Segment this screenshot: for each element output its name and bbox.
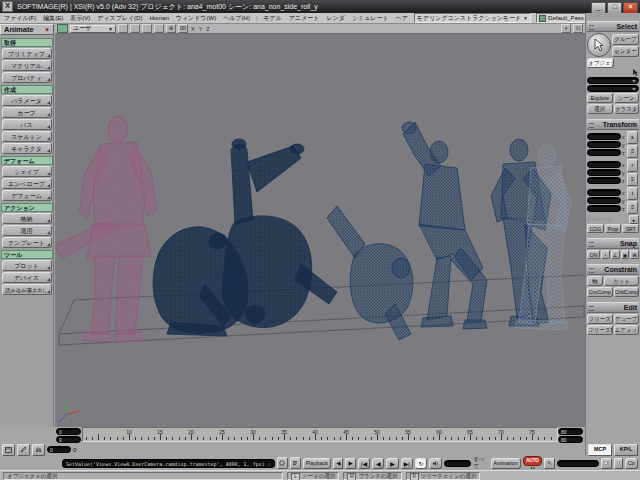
mute-audio-button[interactable] bbox=[429, 458, 442, 469]
toolbar-button-character[interactable]: キャラクタ bbox=[2, 143, 52, 154]
construction-mode-dropdown[interactable]: モデリングコンストラクションモード ▼ bbox=[414, 13, 531, 23]
viewport-solo-toggle-icon[interactable]: ⊡ bbox=[573, 24, 583, 33]
rotate-y-field[interactable] bbox=[587, 169, 621, 176]
section-header-tool[interactable]: ツール bbox=[1, 250, 53, 259]
toolbar-button-path[interactable]: パス bbox=[2, 119, 52, 130]
menu-render[interactable]: レンダ bbox=[325, 14, 345, 23]
translate-tool-button[interactable]: t bbox=[627, 187, 638, 200]
loop-button[interactable]: ↻ bbox=[415, 458, 427, 469]
scene-button[interactable]: シーン bbox=[614, 93, 640, 103]
translate-menu-button[interactable]: ≡ bbox=[627, 201, 638, 214]
axis-letter-z[interactable]: Z bbox=[205, 26, 210, 32]
toolbar-button-skeleton[interactable]: スケルトン bbox=[2, 131, 52, 142]
viewport-options-dropdown-icon[interactable]: ▾ bbox=[561, 24, 571, 33]
snap-grid-icon[interactable]: ⊞ bbox=[630, 250, 639, 259]
record-button[interactable] bbox=[614, 458, 623, 469]
transform-ref-button[interactable]: ▸ bbox=[629, 215, 639, 224]
edit-panel-header[interactable]: Edit bbox=[587, 302, 639, 313]
translate-y-field[interactable] bbox=[587, 197, 621, 204]
filter-object-button[interactable]: オブジェクト bbox=[587, 58, 614, 68]
constrain-axis-button[interactable]: 軸 bbox=[587, 276, 603, 286]
cog-button[interactable]: COG bbox=[587, 224, 604, 233]
snap-curve-icon[interactable]: ∠ bbox=[611, 250, 620, 259]
toolbar-button-plot[interactable]: プロット bbox=[2, 260, 52, 271]
selection-field[interactable] bbox=[587, 85, 639, 92]
scale-y-field[interactable] bbox=[587, 141, 621, 148]
memo-cam-button[interactable] bbox=[154, 24, 164, 33]
scale-x-field[interactable] bbox=[587, 133, 621, 140]
frame-end-field[interactable]: 80 bbox=[558, 428, 583, 435]
section-header-action[interactable]: アクション bbox=[1, 203, 53, 212]
rotate-z-field[interactable] bbox=[587, 177, 621, 184]
chldcomp-button[interactable]: ChldComp bbox=[614, 287, 640, 297]
menu-help[interactable]: ヘルプ(H) bbox=[222, 14, 251, 23]
ctr-button[interactable]: Ctr bbox=[625, 458, 638, 469]
menu-edit[interactable]: 編集(E) bbox=[42, 14, 64, 23]
step-forward-button[interactable]: ▶ bbox=[345, 458, 355, 469]
menu-file[interactable]: ファイル(F) bbox=[3, 14, 37, 23]
constrain-cut-button[interactable]: カット bbox=[604, 276, 639, 286]
wireframe-figure-roll-mid[interactable] bbox=[222, 139, 337, 328]
viewport-view-dropdown[interactable]: ユーザ ▼ bbox=[70, 25, 116, 33]
keyable-params-field[interactable] bbox=[557, 460, 599, 467]
memo-cam-button[interactable] bbox=[118, 24, 128, 33]
rotate-menu-button[interactable]: ≡ bbox=[627, 173, 638, 186]
menu-display[interactable]: ディスプレイ(D) bbox=[96, 14, 143, 23]
selection-field[interactable] bbox=[587, 77, 639, 84]
toolbar-button-property[interactable]: プロパティ bbox=[2, 72, 52, 83]
toolbar-button-shape[interactable]: シェイプ bbox=[2, 166, 52, 177]
cluster-button[interactable]: クラスタ bbox=[614, 104, 640, 114]
capture-camera-button[interactable] bbox=[601, 458, 612, 469]
menu-hair[interactable]: ヘア bbox=[395, 14, 409, 23]
wireframe-figure-rising[interactable] bbox=[402, 122, 487, 329]
frame-start-field[interactable]: 0 bbox=[56, 428, 81, 435]
toolbar-button-envelope[interactable]: エンベロープ bbox=[2, 178, 52, 189]
axis-letter-y[interactable]: Y bbox=[198, 26, 204, 32]
viewport-canvas[interactable] bbox=[55, 34, 585, 427]
freeze-button[interactable]: フリーズ bbox=[587, 314, 613, 324]
cnscomp-button[interactable]: CnsComp bbox=[587, 287, 613, 297]
viewport-camera-icon[interactable] bbox=[57, 24, 68, 33]
play-backward-button[interactable]: ◀ bbox=[372, 458, 384, 469]
menu-view[interactable]: 表示(V) bbox=[69, 14, 91, 23]
edit-button[interactable]: エディット bbox=[614, 325, 640, 335]
hand-icon[interactable] bbox=[32, 444, 45, 456]
section-header-get[interactable]: 取得 bbox=[1, 38, 53, 47]
toolbar-button-device[interactable]: デバイス bbox=[2, 272, 52, 283]
wireframe-figure-roll-end[interactable] bbox=[327, 206, 413, 340]
toolbar-button-curve[interactable]: カーブ bbox=[2, 107, 52, 118]
mcp-toggle-button[interactable]: MCP bbox=[588, 444, 612, 456]
menu-animate[interactable]: アニメート bbox=[288, 14, 321, 23]
explore-button[interactable]: Explore bbox=[587, 93, 613, 103]
transform-panel-header[interactable]: Transform bbox=[587, 119, 639, 130]
play-forward-button[interactable]: ▶ bbox=[386, 458, 398, 469]
toolbar-button-primitive[interactable]: プリミティブ bbox=[2, 48, 52, 59]
menu-human[interactable]: Human bbox=[148, 15, 169, 21]
select-panel-header[interactable]: Select bbox=[587, 21, 639, 32]
menu-simulate[interactable]: シミュレート bbox=[351, 14, 390, 23]
grid-toggle-icon[interactable]: ⊞ bbox=[166, 24, 176, 33]
translate-z-field[interactable] bbox=[587, 205, 621, 212]
group-button[interactable]: グループ bbox=[612, 34, 639, 45]
section-header-create[interactable]: 作成 bbox=[1, 85, 53, 94]
script-command-line[interactable]: SetValue('Views.ViewA.UserCamera.camdisp… bbox=[62, 459, 275, 468]
keyframe-button[interactable] bbox=[544, 458, 555, 469]
select-tool-button[interactable] bbox=[587, 33, 611, 57]
toolbar-button-import-export[interactable]: 読み込み/書き出し bbox=[2, 284, 52, 295]
snap-panel-header[interactable]: Snap bbox=[587, 238, 639, 249]
section-header-deform[interactable]: デフォーム bbox=[1, 156, 53, 165]
toolbar-button-store[interactable]: 格納 bbox=[2, 213, 52, 224]
toolbar-button-template[interactable]: テンプレート bbox=[2, 237, 52, 248]
rotate-x-field[interactable] bbox=[587, 161, 621, 168]
current-frame-field[interactable]: 0 bbox=[47, 446, 71, 453]
toolbar-button-apply[interactable]: 適用 bbox=[2, 225, 52, 236]
snap-center-icon[interactable]: ◉ bbox=[621, 250, 630, 259]
translate-x-field[interactable] bbox=[587, 189, 621, 196]
timeline-ruler[interactable]: 1015202530354045505560657075 bbox=[82, 427, 558, 442]
memo-cam-button[interactable] bbox=[130, 24, 140, 33]
snap-on-button[interactable]: ON bbox=[587, 250, 600, 259]
selection-button[interactable]: 選択 bbox=[587, 104, 613, 114]
freeze-m-button[interactable]: フリーズM bbox=[587, 325, 613, 335]
go-first-frame-button[interactable]: |◀ bbox=[358, 458, 370, 469]
scale-tool-button[interactable]: s bbox=[627, 131, 638, 144]
